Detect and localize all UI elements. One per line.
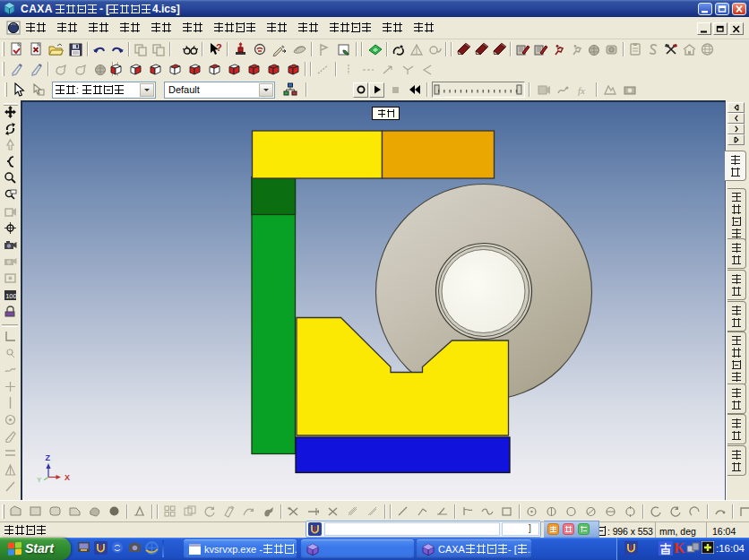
svg-text:?: ? xyxy=(216,42,222,53)
svg-text:Y: Y xyxy=(37,476,42,484)
svg-text:fx: fx xyxy=(578,85,585,96)
svg-text:Z: Z xyxy=(46,453,51,462)
svg-text:X: X xyxy=(65,473,70,482)
svg-text:100: 100 xyxy=(5,291,17,299)
